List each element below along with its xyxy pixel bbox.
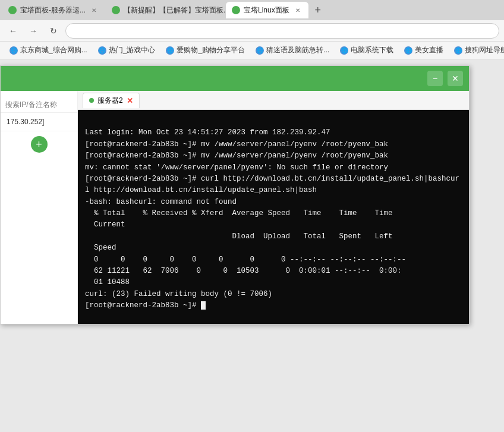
terminal-tab-dot	[89, 98, 94, 103]
tab-favicon-3	[232, 6, 240, 14]
bookmark-icon-4: 🌐	[256, 46, 264, 55]
bookmark-label-3: 爱购物_购物分享平台	[177, 45, 245, 55]
browser-tab-1[interactable]: 宝塔面板-服务器运... ✕	[2, 2, 105, 18]
tab-label-1: 宝塔面板-服务器运...	[20, 5, 86, 15]
address-bar[interactable]	[65, 23, 499, 39]
main-content: − ✕ 175.30.252] +	[0, 59, 504, 432]
tab-close-1[interactable]: ✕	[89, 5, 99, 15]
bookmark-icon-2: 🌐	[98, 46, 106, 55]
bookmark-label-5: 电脑系统下载	[351, 45, 393, 55]
terminal-tab-close[interactable]: ✕	[127, 96, 133, 105]
terminal-content: Last login: Mon Oct 23 14:51:27 2023 fro…	[85, 128, 459, 310]
panel-window: − ✕ 175.30.252] +	[0, 65, 470, 324]
tab-bar: 宝塔面板-服务器运... ✕ 【新提醒】【已解答】宝塔面板... ✕ 宝塔Lin…	[0, 0, 504, 20]
tab-favicon-1	[8, 6, 17, 14]
bookmark-icon-5: 🌐	[340, 46, 348, 55]
nav-bar: ← → ↻	[0, 20, 504, 42]
bookmark-label-2: 热门_游戏中心	[109, 45, 156, 55]
tab-favicon-2	[112, 6, 120, 14]
tab-close-3[interactable]: ✕	[293, 5, 303, 15]
close-button[interactable]: ✕	[448, 71, 463, 86]
back-button[interactable]: ←	[5, 23, 21, 39]
terminal-tabs: 服务器2 ✕	[78, 91, 469, 110]
tab-label-3: 宝塔Linux面板	[244, 5, 289, 15]
forward-button[interactable]: →	[25, 23, 42, 39]
bookmark-icon-6: 🌐	[404, 46, 412, 55]
bookmark-label-6: 美女直播	[415, 45, 443, 55]
sidebar: 175.30.252] +	[1, 91, 78, 324]
browser-tab-3[interactable]: 宝塔Linux面板 ✕	[226, 2, 308, 18]
bookmark-3[interactable]: 🌐 爱购物_购物分享平台	[161, 44, 250, 56]
minimize-button[interactable]: −	[427, 71, 443, 86]
bookmark-1[interactable]: 🌐 京东商城_综合网购...	[5, 44, 92, 56]
bookmark-icon-3: 🌐	[166, 46, 174, 55]
browser-tab-2[interactable]: 【新提醒】【已解答】宝塔面板... ✕	[106, 2, 225, 18]
terminal-area: 服务器2 ✕ Last login: Mon Oct 23 14:51:27 2…	[78, 91, 469, 324]
bookmark-6[interactable]: 🌐 美女直播	[399, 44, 448, 56]
terminal-output[interactable]: Last login: Mon Oct 23 14:51:27 2023 fro…	[78, 110, 469, 324]
bookmark-5[interactable]: 🌐 电脑系统下载	[335, 44, 398, 56]
terminal-cursor	[201, 301, 206, 310]
panel-titlebar: − ✕	[1, 66, 469, 91]
bookmark-icon-1: 🌐	[10, 46, 18, 55]
add-server-button[interactable]: +	[31, 136, 48, 153]
terminal-tab-label: 服务器2	[97, 96, 123, 106]
bookmark-7[interactable]: 🌐 搜狗网址导航	[449, 44, 504, 56]
new-tab-button[interactable]: +	[310, 2, 326, 18]
bookmark-label-1: 京东商城_综合网购...	[20, 45, 87, 55]
terminal-tab-1[interactable]: 服务器2 ✕	[83, 93, 140, 108]
bookmark-label-7: 搜狗网址导航	[465, 45, 504, 55]
panel-body: 175.30.252] + 服务器2 ✕ Last login: Mo	[1, 91, 469, 324]
bookmarks-bar: 🌐 京东商城_综合网购... 🌐 热门_游戏中心 🌐 爱购物_购物分享平台 🌐 …	[0, 42, 504, 59]
bookmark-icon-7: 🌐	[454, 46, 462, 55]
search-input[interactable]	[1, 97, 77, 113]
tab-label-2: 【新提醒】【已解答】宝塔面板...	[124, 5, 225, 15]
bookmark-label-4: 猜迷语及脑筋急转...	[266, 45, 329, 55]
bookmark-2[interactable]: 🌐 热门_游戏中心	[93, 44, 160, 56]
bookmark-4[interactable]: 🌐 猜迷语及脑筋急转...	[251, 44, 334, 56]
refresh-button[interactable]: ↻	[45, 23, 62, 39]
server-item[interactable]: 175.30.252]	[1, 113, 77, 131]
